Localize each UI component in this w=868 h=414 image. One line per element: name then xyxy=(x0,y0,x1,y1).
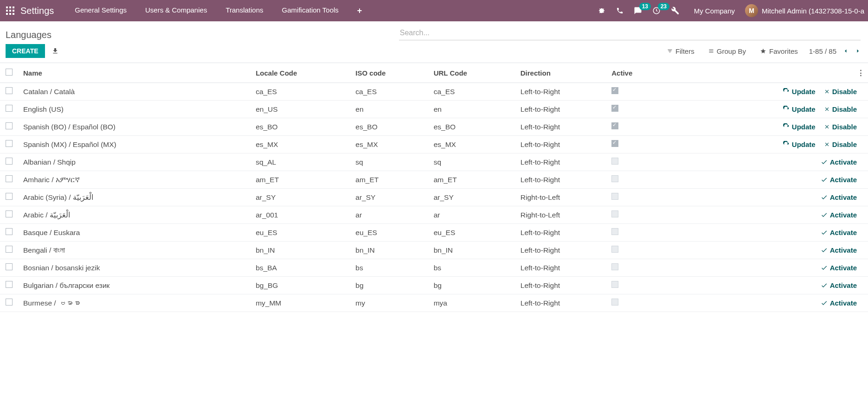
bug-icon[interactable] xyxy=(598,6,606,15)
activate-button[interactable]: Activate xyxy=(821,229,857,236)
update-button[interactable]: Update xyxy=(783,105,816,113)
cell-url: bg xyxy=(430,277,517,294)
search-input[interactable] xyxy=(399,26,861,40)
active-checkbox[interactable] xyxy=(611,210,618,217)
table-row[interactable]: Spanish (BO) / Español (BO)es_BOes_BOes_… xyxy=(0,118,868,136)
row-checkbox[interactable] xyxy=(6,193,13,200)
table-row[interactable]: Basque / Euskaraeu_ESeu_ESeu_ESLeft-to-R… xyxy=(0,224,868,242)
active-checkbox[interactable] xyxy=(611,105,618,112)
table-row[interactable]: Bulgarian / български езикbg_BGbgbgLeft-… xyxy=(0,277,868,294)
table-row[interactable]: Arabic / الْعَرَبيّةar_001ararRight-to-L… xyxy=(0,206,868,224)
activate-button[interactable]: Activate xyxy=(821,176,857,184)
cell-name: Basque / Euskara xyxy=(18,224,252,242)
col-url[interactable]: URL Code xyxy=(430,63,517,83)
cell-direction: Left-to-Right xyxy=(517,83,608,101)
table-row[interactable]: Albanian / Shqipsq_ALsqsqLeft-to-RightAc… xyxy=(0,153,868,171)
brand-title[interactable]: Settings xyxy=(20,6,54,16)
table-row[interactable]: English (US)en_USenenLeft-to-RightUpdate… xyxy=(0,101,868,118)
row-checkbox[interactable] xyxy=(6,299,13,306)
row-checkbox[interactable] xyxy=(6,281,13,288)
active-checkbox[interactable] xyxy=(611,122,618,129)
update-button[interactable]: Update xyxy=(783,88,816,96)
row-checkbox[interactable] xyxy=(6,246,13,253)
active-checkbox[interactable] xyxy=(611,158,618,165)
messages-icon[interactable]: 13 xyxy=(634,6,642,15)
table-row[interactable]: Amharic / አምሃርኛam_ETam_ETam_ETLeft-to-Ri… xyxy=(0,171,868,189)
col-active[interactable]: Active xyxy=(608,63,682,83)
active-checkbox[interactable] xyxy=(611,175,618,182)
tools-icon[interactable] xyxy=(671,6,679,15)
activate-button[interactable]: Activate xyxy=(821,211,857,219)
cell-locale: sq_AL xyxy=(252,153,352,171)
menu-users-companies[interactable]: Users & Companies xyxy=(145,6,207,16)
cell-iso: es_MX xyxy=(352,136,430,153)
activities-badge: 23 xyxy=(658,3,669,10)
table-row[interactable]: Bengali / বাংলাbn_INbn_INbn_INLeft-to-Ri… xyxy=(0,242,868,259)
apps-icon[interactable] xyxy=(4,4,17,17)
menu-add[interactable]: + xyxy=(357,6,362,16)
cell-locale: ar_SY xyxy=(252,189,352,206)
favorites-label: Favorites xyxy=(769,47,798,55)
activate-button[interactable]: Activate xyxy=(821,246,857,254)
active-checkbox[interactable] xyxy=(611,281,618,288)
row-checkbox[interactable] xyxy=(6,122,13,129)
import-button[interactable] xyxy=(51,47,59,55)
cell-active xyxy=(608,83,682,101)
cell-name: Bulgarian / български език xyxy=(18,277,252,294)
menu-translations[interactable]: Translations xyxy=(225,6,263,16)
favorites-button[interactable]: Favorites xyxy=(760,47,798,55)
row-checkbox[interactable] xyxy=(6,263,13,270)
disable-button[interactable]: Disable xyxy=(824,123,857,131)
table-row[interactable]: Burmese / ဗမာစာmy_MMmymyaLeft-to-RightAc… xyxy=(0,294,868,312)
filters-button[interactable]: Filters xyxy=(667,47,694,55)
active-checkbox[interactable] xyxy=(611,87,618,94)
menu-general-settings[interactable]: General Settings xyxy=(75,6,127,16)
row-checkbox[interactable] xyxy=(6,140,13,147)
cell-direction: Left-to-Right xyxy=(517,224,608,242)
activities-icon[interactable]: 23 xyxy=(652,6,661,15)
col-locale[interactable]: Locale Code xyxy=(252,63,352,83)
pager-prev[interactable] xyxy=(843,48,849,54)
row-checkbox[interactable] xyxy=(6,175,13,182)
activate-button[interactable]: Activate xyxy=(821,299,857,307)
select-all-checkbox[interactable] xyxy=(6,69,13,76)
row-checkbox[interactable] xyxy=(6,105,13,112)
pager-next[interactable] xyxy=(855,48,861,54)
table-row[interactable]: Bosnian / bosanski jezikbs_BAbsbsLeft-to… xyxy=(0,259,868,277)
activate-button[interactable]: Activate xyxy=(821,264,857,272)
table-row[interactable]: Spanish (MX) / Español (MX)es_MXes_MXes_… xyxy=(0,136,868,153)
groupby-button[interactable]: Group By xyxy=(708,47,746,55)
col-direction[interactable]: Direction xyxy=(517,63,608,83)
disable-button[interactable]: Disable xyxy=(824,105,857,113)
table-row[interactable]: Arabic (Syria) / الْعَرَبيّةar_SYar_SYar… xyxy=(0,189,868,206)
active-checkbox[interactable] xyxy=(611,228,618,235)
cell-direction: Left-to-Right xyxy=(517,153,608,171)
activate-button[interactable]: Activate xyxy=(821,193,857,201)
active-checkbox[interactable] xyxy=(611,299,618,306)
activate-button[interactable]: Activate xyxy=(821,158,857,166)
active-checkbox[interactable] xyxy=(611,140,618,147)
cell-iso: am_ET xyxy=(352,171,430,189)
row-checkbox[interactable] xyxy=(6,228,13,235)
menu-gamification[interactable]: Gamification Tools xyxy=(282,6,339,16)
update-button[interactable]: Update xyxy=(783,140,816,148)
cell-active xyxy=(608,294,682,312)
col-iso[interactable]: ISO code xyxy=(352,63,430,83)
active-checkbox[interactable] xyxy=(611,263,618,270)
disable-button[interactable]: Disable xyxy=(824,88,857,96)
col-name[interactable]: Name xyxy=(18,63,252,83)
phone-icon[interactable] xyxy=(616,7,624,14)
table-row[interactable]: Catalan / Catalàca_ESca_ESca_ESLeft-to-R… xyxy=(0,83,868,101)
active-checkbox[interactable] xyxy=(611,246,618,253)
row-checkbox[interactable] xyxy=(6,87,13,94)
update-button[interactable]: Update xyxy=(783,123,816,131)
active-checkbox[interactable] xyxy=(611,193,618,200)
user-menu[interactable]: M Mitchell Admin (14327308-15-0-a xyxy=(745,4,864,17)
row-checkbox[interactable] xyxy=(6,210,13,217)
activate-button[interactable]: Activate xyxy=(821,281,857,289)
company-selector[interactable]: My Company xyxy=(694,7,735,15)
row-checkbox[interactable] xyxy=(6,158,13,165)
create-button[interactable]: CREATE xyxy=(6,44,45,58)
disable-button[interactable]: Disable xyxy=(824,140,857,148)
columns-more-icon[interactable]: ⋮ xyxy=(854,63,868,83)
